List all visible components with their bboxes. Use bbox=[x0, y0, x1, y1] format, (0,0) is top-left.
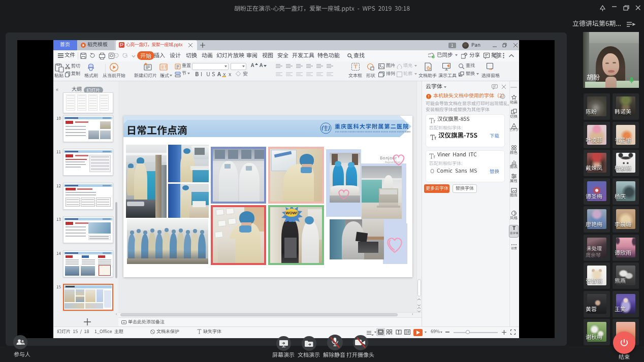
svg-text:WOW!: WOW! bbox=[285, 211, 298, 215]
